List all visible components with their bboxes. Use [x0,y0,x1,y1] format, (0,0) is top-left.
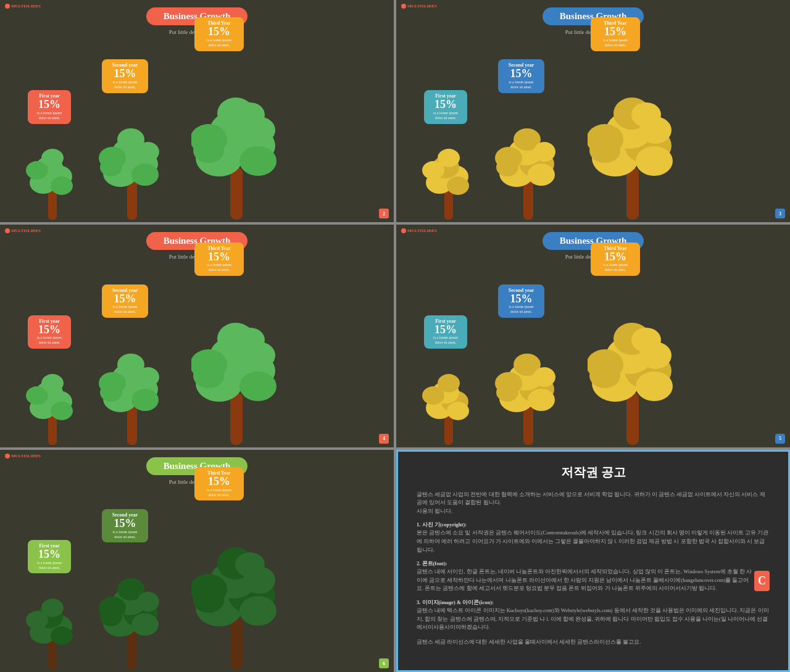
svg-point-66 [137,367,159,387]
svg-point-58 [41,374,64,392]
card-second-year-4: Second year 15% is a lorem ipsumdolor si… [498,284,544,318]
tree-group-3: Third Year 15% is a lorem ipsumdolor sit… [191,84,284,222]
tree-scene-2: First year 15% is a lorem ipsumdolor sit… [396,86,790,222]
slide-4: MULTISLIDES Business Growth Put little d… [396,225,790,447]
copyright-footer: 금텐스 세금 라이선스에 대한 세세한 사업을 올때사이에서 세세한 금텐스라이… [417,638,770,647]
logo-dot-4 [401,228,406,233]
tree-svg-5-1 [25,589,80,670]
svg-point-15 [100,158,122,176]
svg-point-77 [235,328,265,352]
svg-point-51 [631,102,661,127]
tree-svg-4-3 [588,309,680,445]
svg-point-14 [137,142,159,162]
tree-svg-3-1 [25,365,80,445]
svg-rect-52 [48,414,57,445]
card-third-year-5: Third Year 15% is a lorem ipsumdolor sit… [194,467,244,500]
svg-point-76 [193,363,224,388]
card-second-year-1: Second year 15% is a lorem ipsumdolor si… [102,59,148,93]
page-num-4: 5 [775,434,785,444]
logo-2: MULTISLIDES [401,4,437,9]
svg-point-102 [589,363,620,388]
tree-scene-4: First year 15% is a lorem ipsumdolor sit… [396,312,790,447]
tree-group-5-2: Second year 15% is a lorem ipsumdolor si… [99,568,167,672]
svg-point-128 [193,588,224,613]
slide-copyright: 저작권 공고 글텐스 세금없 사업의 전반에 대한 협력에 소개하는 서비스에 … [396,450,790,672]
svg-point-92 [533,367,555,387]
svg-point-40 [533,142,555,162]
svg-point-119 [100,608,122,626]
tree-svg-2-1 [421,139,476,220]
card-first-year-1: First year 15% is a lorem ipsumdolor sit… [28,90,71,123]
svg-rect-68 [230,392,243,445]
svg-point-38 [528,164,555,186]
svg-point-110 [41,599,64,617]
svg-rect-0 [48,189,57,220]
tree-svg-2-3 [588,84,680,220]
tree-svg-2 [99,118,167,220]
tree-svg-5-3 [191,534,284,670]
svg-point-103 [631,328,661,352]
tree-group-3-3: Third Year 15% is a lorem ipsumdolor sit… [191,309,284,447]
svg-rect-85 [523,405,533,445]
tree-svg-3-2 [99,343,167,445]
tree-scene-5: First year 15% is a lorem ipsumdolor sit… [0,536,394,672]
tree-group-5-3: Third Year 15% is a lorem ipsumdolor sit… [191,534,284,672]
svg-rect-16 [230,167,243,220]
svg-rect-42 [626,167,639,220]
logo-dot-2 [401,4,406,9]
copyright-section-2: 2. 폰트(font): 금텐스 내에 서이인, 한글 폰트는, 네이버 나눔폰… [417,560,770,593]
svg-point-116 [131,613,159,636]
svg-point-47 [636,146,673,176]
svg-rect-94 [626,392,639,445]
svg-point-31 [447,176,469,195]
card-first-year-5: First year 15% is a lorem ipsumdolor sit… [28,540,71,573]
card-third-year-2: Third Year 15% is a lorem ipsumdolor sit… [591,17,640,51]
tree-group-2-1: First year 15% is a lorem ipsumdolor sit… [421,139,476,222]
page-num-1: 2 [379,209,389,218]
svg-rect-111 [127,629,137,670]
logo-3: MULTISLIDES [5,228,41,233]
svg-rect-120 [230,617,243,670]
svg-point-41 [496,158,518,176]
logo-1: MULTISLIDES [5,4,41,9]
svg-point-73 [239,371,276,401]
svg-point-5 [51,176,73,195]
svg-point-93 [496,383,518,402]
slide-3: MULTISLIDES Business Growth Put little d… [0,225,394,447]
card-second-year-3: Second year 15% is a lorem ipsumdolor si… [102,284,148,318]
tree-group-2-3: Third Year 15% is a lorem ipsumdolor sit… [588,84,680,222]
slide-5: MULTISLIDES Business Growth Put little d… [0,450,394,672]
svg-point-21 [239,146,276,176]
svg-point-99 [636,371,673,401]
svg-point-64 [131,389,159,411]
card-third-year-1: Third Year 15% is a lorem ipsumdolor sit… [194,17,244,51]
tree-group-3-1: First year 15% is a lorem ipsumdolor sit… [25,365,80,447]
svg-point-84 [438,374,460,392]
logo-dot-3 [5,228,10,233]
svg-point-90 [528,389,555,411]
tree-group-2: Second year 15% is a lorem ipsumdolor si… [99,118,167,222]
page-num-3: 4 [379,434,389,444]
tree-svg-4-2 [495,343,563,445]
svg-point-57 [51,402,73,420]
copyright-section-1: 1. 사진 기(copyright): 본은 금텐스에 소요 및 서작권은 금텐… [417,521,770,554]
card-second-year-5: Second year 15% is a lorem ipsumdolor si… [102,509,148,542]
tree-group-3-2: Second year 15% is a lorem ipsumdolor si… [99,343,167,447]
svg-point-125 [239,596,276,626]
tree-svg-5-2 [99,568,167,670]
card-third-year-4: Third Year 15% is a lorem ipsumdolor sit… [591,243,640,276]
svg-rect-26 [444,189,453,220]
page-num-2: 3 [775,209,785,218]
card-second-year-2: Second year 15% is a lorem ipsumdolor si… [498,59,544,93]
copyright-section-3: 3. 이미지(image) & 아이콘(icon): 금텐스 내에 텍스트 아이… [417,599,770,632]
slide-2: MULTISLIDES Business Growth Put little d… [396,0,790,222]
svg-point-109 [51,626,73,645]
tree-group-4-1: First year 15% is a lorem ipsumdolor sit… [421,365,476,447]
svg-rect-78 [444,414,453,445]
tree-svg-3 [191,84,284,220]
copyright-intro: 글텐스 세금없 사업의 전반에 대한 협력에 소개하는 서비스에 앞으로 서비계… [417,491,770,516]
svg-point-118 [137,592,159,612]
svg-point-24 [193,138,224,163]
svg-rect-33 [523,180,533,220]
tree-svg-4-1 [421,365,476,445]
